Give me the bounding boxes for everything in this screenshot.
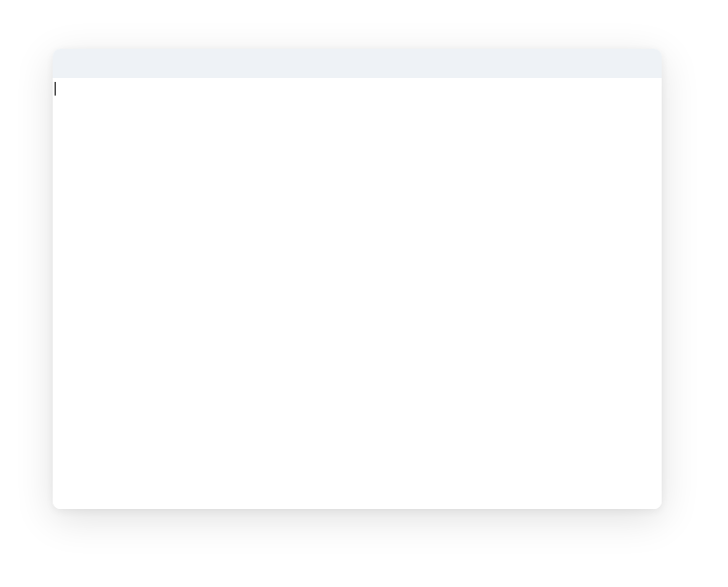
text-cursor bbox=[55, 82, 56, 96]
window-titlebar[interactable] bbox=[53, 49, 662, 78]
application-window bbox=[53, 49, 662, 509]
editor-content-area[interactable] bbox=[53, 78, 662, 509]
